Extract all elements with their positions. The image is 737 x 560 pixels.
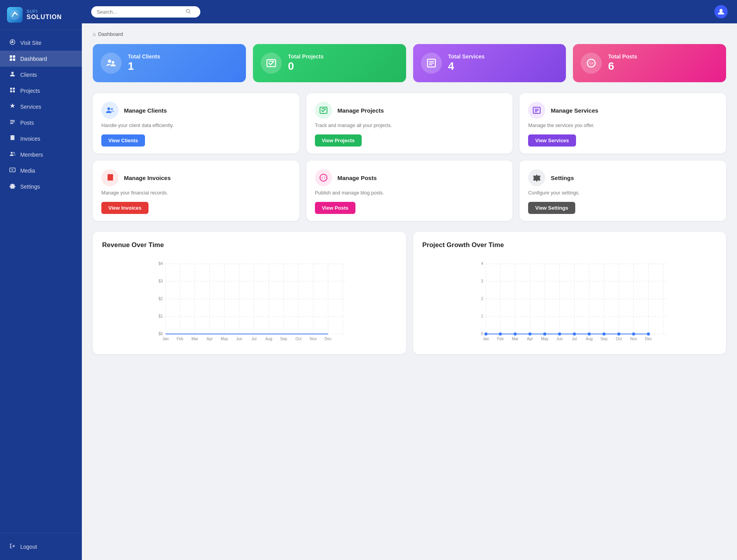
- svg-rect-17: [267, 60, 276, 67]
- charts-row: Revenue Over Time: [93, 232, 726, 354]
- stat-value-projects: 0: [288, 60, 324, 73]
- stat-value-services: 4: [448, 60, 485, 73]
- posts-icon: [9, 119, 16, 126]
- svg-text:Feb: Feb: [177, 337, 184, 341]
- svg-rect-6: [10, 120, 15, 121]
- sidebar-item-posts[interactable]: Posts: [0, 115, 82, 131]
- manage-card-projects: Manage Projects Track and manage all you…: [306, 93, 513, 154]
- manage-title-projects: Manage Projects: [338, 107, 384, 114]
- user-avatar[interactable]: [714, 5, 728, 18]
- stat-label-posts: Total Posts: [608, 53, 637, 60]
- manage-grid: Manage Clients Handle your client data e…: [93, 93, 726, 221]
- view-clients-button[interactable]: View Clients: [101, 134, 145, 147]
- svg-rect-2: [10, 55, 12, 58]
- sidebar-label-settings: Settings: [20, 184, 40, 190]
- sidebar-item-clients[interactable]: Clients: [0, 67, 82, 83]
- logout-icon: [9, 543, 16, 550]
- project-growth-chart-title: Project Growth Over Time: [422, 241, 717, 249]
- breadcrumb: ⌂ Dashboard: [93, 31, 726, 37]
- logo-sufi: SUFI: [27, 9, 62, 14]
- svg-point-9: [11, 152, 13, 154]
- svg-text:Aug: Aug: [585, 337, 592, 341]
- manage-title-services: Manage Services: [551, 107, 598, 114]
- revenue-chart-card: Revenue Over Time: [93, 232, 406, 354]
- sidebar-label-dashboard: Dashboard: [20, 56, 47, 62]
- svg-point-114: [602, 332, 605, 336]
- main-content: ⌂ Dashboard Total Clients 1 Total Projec…: [82, 0, 737, 560]
- sidebar-item-members[interactable]: Members: [0, 147, 82, 163]
- stat-card-posts: Total Posts 6: [573, 44, 726, 82]
- view-invoices-button[interactable]: View Invoices: [101, 202, 148, 214]
- manage-card-settings: Settings Configure your settings. View S…: [520, 161, 726, 221]
- svg-text:$2: $2: [159, 297, 163, 301]
- sidebar-label-members: Members: [20, 152, 43, 158]
- sidebar-label-clients: Clients: [20, 72, 37, 78]
- svg-point-106: [484, 332, 487, 336]
- svg-rect-8: [10, 123, 13, 124]
- view-services-button[interactable]: View Services: [528, 134, 576, 147]
- logo-text: SUFI SOLUTION: [27, 9, 62, 21]
- stat-value-clients: 1: [128, 60, 160, 73]
- sidebar-footer: Logout: [0, 533, 82, 560]
- sidebar-label-posts: Posts: [20, 120, 34, 126]
- breadcrumb-label: Dashboard: [98, 31, 123, 37]
- sidebar-logo: SUFI SOLUTION: [0, 0, 82, 30]
- logo-icon: [7, 7, 23, 23]
- svg-point-0: [10, 10, 20, 20]
- svg-text:Aug: Aug: [265, 337, 272, 341]
- stat-icon-clients: [101, 53, 122, 74]
- svg-point-34: [322, 177, 325, 179]
- svg-point-112: [573, 332, 576, 336]
- sidebar-item-logout[interactable]: Logout: [0, 539, 82, 555]
- sidebar-item-dashboard[interactable]: Dashboard: [0, 51, 82, 67]
- svg-text:Jan: Jan: [482, 337, 489, 341]
- sidebar-item-invoices[interactable]: Invoices: [0, 131, 82, 147]
- manage-title-settings: Settings: [551, 175, 574, 181]
- svg-text:Nov: Nov: [310, 337, 317, 341]
- view-projects-button[interactable]: View Projects: [315, 134, 362, 147]
- svg-text:Mar: Mar: [191, 337, 198, 341]
- svg-text:$3: $3: [159, 279, 163, 283]
- svg-text:2: 2: [481, 297, 483, 301]
- search-input[interactable]: [97, 9, 182, 15]
- manage-card-invoices: Manage Invoices Manage your financial re…: [93, 161, 299, 221]
- revenue-chart-title: Revenue Over Time: [102, 241, 397, 249]
- manage-icon-invoices: [101, 169, 118, 186]
- dashboard-icon: [9, 55, 16, 62]
- manage-title-invoices: Manage Invoices: [124, 175, 171, 181]
- sidebar-item-settings[interactable]: Settings: [0, 178, 82, 194]
- sidebar-item-media[interactable]: Media: [0, 163, 82, 178]
- projects-icon: [9, 87, 16, 94]
- sidebar-label-projects: Projects: [20, 88, 40, 94]
- sidebar-item-projects[interactable]: Projects: [0, 83, 82, 99]
- manage-desc-settings: Configure your settings.: [528, 190, 718, 196]
- sidebar-item-visit-site[interactable]: Visit Site: [0, 35, 82, 51]
- manage-card-clients: Manage Clients Handle your client data e…: [93, 93, 299, 154]
- manage-card-header-settings: Settings: [528, 169, 718, 186]
- svg-text:Feb: Feb: [497, 337, 504, 341]
- manage-card-header-clients: Manage Clients: [101, 102, 291, 119]
- members-icon: [9, 151, 16, 158]
- svg-text:$0: $0: [159, 332, 163, 336]
- manage-card-header-projects: Manage Projects: [315, 102, 504, 119]
- svg-text:Sep: Sep: [280, 337, 287, 341]
- stat-value-posts: 6: [608, 60, 637, 73]
- svg-point-24: [590, 62, 592, 64]
- stat-icon-services: [421, 53, 442, 74]
- media-icon: [9, 167, 16, 174]
- view-settings-button[interactable]: View Settings: [528, 202, 575, 214]
- manage-icon-settings: [528, 169, 545, 186]
- stat-icon-posts: [581, 53, 602, 74]
- sidebar-item-services[interactable]: Services: [0, 99, 82, 115]
- stat-card-clients: Total Clients 1: [93, 44, 246, 82]
- manage-desc-posts: Publish and manage blog posts.: [315, 190, 504, 196]
- search-bar[interactable]: [91, 6, 200, 18]
- svg-rect-4: [10, 58, 12, 61]
- manage-desc-projects: Track and manage all your projects.: [315, 123, 504, 128]
- view-posts-button[interactable]: View Posts: [315, 202, 355, 214]
- manage-card-posts: Manage Posts Publish and manage blog pos…: [306, 161, 513, 221]
- manage-desc-services: Manage the services you offer.: [528, 123, 718, 128]
- svg-text:Jul: Jul: [251, 337, 256, 341]
- svg-point-16: [112, 61, 115, 64]
- svg-text:Jan: Jan: [163, 337, 169, 341]
